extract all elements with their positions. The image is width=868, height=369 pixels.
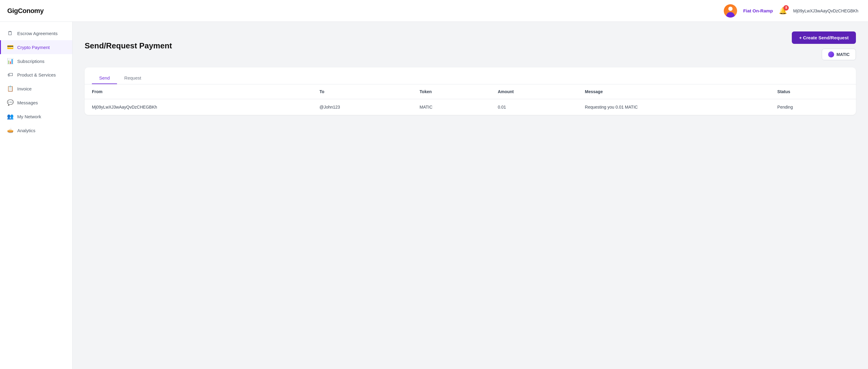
column-message: Message (578, 84, 770, 99)
cell-from-0: Mj09yLwXJ3wAayQvDzCHEGBKh (85, 99, 312, 115)
sidebar-icon-escrow-agreements: 🗒 (7, 30, 13, 37)
create-send-request-button[interactable]: + Create Send/Request (792, 31, 856, 44)
column-to: To (312, 84, 412, 99)
sidebar-item-product-services[interactable]: 🏷 Product & Services (0, 68, 72, 82)
sidebar-label-messages: Messages (17, 100, 38, 105)
sidebar-icon-messages: 💬 (7, 99, 13, 106)
sidebar-item-subscriptions[interactable]: 📊 Subscriptions (0, 54, 72, 68)
sidebar-label-escrow-agreements: Escrow Agreements (17, 31, 57, 36)
table-header-row: FromToTokenAmountMessageStatus (85, 84, 856, 99)
sidebar-item-analytics[interactable]: 🥧 Analytics (0, 123, 72, 137)
notification-badge: 8 (783, 5, 789, 10)
cell-amount-0: 0.01 (490, 99, 578, 115)
notification-bell[interactable]: 🔔 8 (779, 7, 787, 15)
top-header: GigConomy Fiat On-Ramp 🔔 8 Mj09yLwXJ3wAa… (0, 0, 868, 22)
sidebar-label-product-services: Product & Services (17, 72, 56, 78)
cell-status-0: Pending (770, 99, 856, 115)
table-card: SendRequest FromToTokenAmountMessageStat… (85, 67, 856, 115)
sidebar-item-messages[interactable]: 💬 Messages (0, 96, 72, 110)
cell-to-0: @John123 (312, 99, 412, 115)
sidebar-icon-invoice: 📋 (7, 85, 13, 92)
tabs-wrapper: SendRequest (85, 67, 856, 84)
matic-label: MATIC (837, 52, 849, 57)
sidebar-icon-crypto-payment: 💳 (7, 44, 13, 51)
table-row: Mj09yLwXJ3wAayQvDzCHEGBKh@John123MATIC0.… (85, 99, 856, 115)
tab-send[interactable]: Send (92, 72, 117, 84)
page-title: Send/Request Payment (85, 41, 172, 51)
tabs: SendRequest (92, 72, 849, 84)
avatar (724, 4, 737, 18)
payments-table: FromToTokenAmountMessageStatus Mj09yLwXJ… (85, 84, 856, 115)
sidebar-item-invoice[interactable]: 📋 Invoice (0, 82, 72, 96)
sidebar-label-analytics: Analytics (17, 128, 35, 133)
tab-request[interactable]: Request (117, 72, 149, 84)
sidebar-item-crypto-payment[interactable]: 💳 Crypto Payment (0, 40, 72, 54)
column-token: Token (412, 84, 491, 99)
column-from: From (85, 84, 312, 99)
matic-button[interactable]: MATIC (822, 49, 856, 60)
sidebar-item-escrow-agreements[interactable]: 🗒 Escrow Agreements (0, 27, 72, 40)
main-content: Send/Request Payment + Create Send/Reque… (72, 22, 868, 369)
wallet-address: Mj09yLwXJ3wAayQvDzCHEGBKh (793, 8, 858, 13)
table-header: FromToTokenAmountMessageStatus (85, 84, 856, 99)
sidebar-icon-subscriptions: 📊 (7, 58, 13, 64)
column-amount: Amount (490, 84, 578, 99)
sidebar-item-my-network[interactable]: 👥 My Network (0, 110, 72, 123)
fiat-on-ramp-link[interactable]: Fiat On-Ramp (743, 8, 773, 13)
sidebar-icon-analytics: 🥧 (7, 127, 13, 134)
sidebar-icon-my-network: 👥 (7, 113, 13, 120)
sidebar-label-invoice: Invoice (17, 86, 32, 91)
sidebar: 🗒 Escrow Agreements 💳 Crypto Payment 📊 S… (0, 22, 72, 369)
page-header: Send/Request Payment + Create Send/Reque… (85, 31, 856, 60)
header-right: Fiat On-Ramp 🔔 8 Mj09yLwXJ3wAayQvDzCHEGB… (724, 4, 858, 18)
sidebar-label-crypto-payment: Crypto Payment (17, 45, 50, 50)
sidebar-icon-product-services: 🏷 (7, 72, 13, 78)
layout: 🗒 Escrow Agreements 💳 Crypto Payment 📊 S… (0, 22, 868, 369)
logo: GigConomy (7, 7, 43, 15)
column-status: Status (770, 84, 856, 99)
sidebar-label-my-network: My Network (17, 114, 41, 119)
header-actions: + Create Send/Request MATIC (792, 31, 856, 60)
table-body: Mj09yLwXJ3wAayQvDzCHEGBKh@John123MATIC0.… (85, 99, 856, 115)
sidebar-label-subscriptions: Subscriptions (17, 59, 44, 64)
cell-message-0: Requesting you 0.01 MATIC (578, 99, 770, 115)
cell-token-0: MATIC (412, 99, 491, 115)
matic-icon (828, 52, 834, 58)
